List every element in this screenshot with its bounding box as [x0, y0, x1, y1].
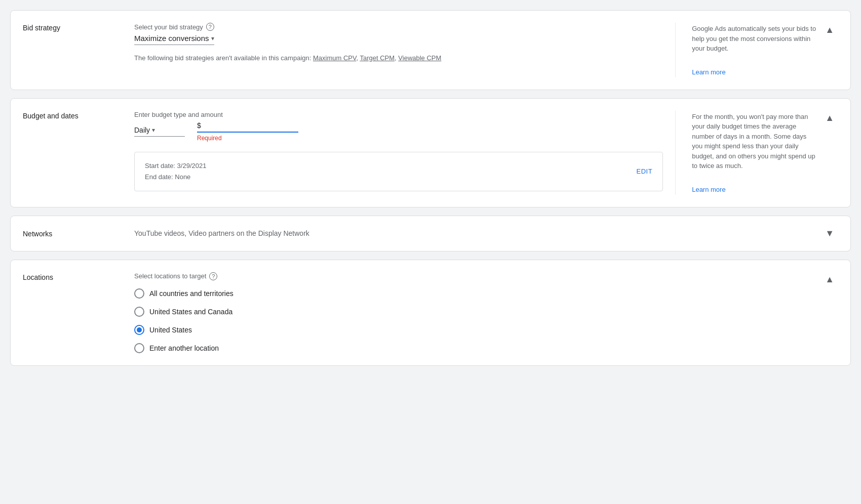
budget-type-dropdown-arrow: ▾ — [152, 127, 155, 134]
locations-radio-group: All countries and territories United Sta… — [134, 288, 675, 353]
budget-amount-input[interactable] — [203, 121, 284, 130]
bid-strategy-section-label: Bid strategy — [23, 23, 134, 32]
viewable-cpm-link[interactable]: Viewable CPM — [398, 54, 441, 62]
locations-card: Locations Select locations to target ? A… — [10, 260, 851, 366]
end-date: End date: None — [145, 172, 206, 183]
locations-content: Select locations to target ? All countri… — [134, 272, 675, 353]
target-cpm-link[interactable]: Target CPM — [360, 54, 395, 62]
location-option-other[interactable]: Enter another location — [134, 343, 675, 353]
budget-type-select[interactable]: Daily ▾ — [134, 126, 185, 137]
location-label-us: United States — [149, 326, 192, 334]
bid-strategy-side-note: Google Ads automatically sets your bids … — [675, 23, 817, 77]
date-edit-button[interactable]: EDIT — [637, 167, 653, 175]
radio-outer-us — [134, 325, 144, 335]
locations-help-icon[interactable]: ? — [209, 272, 217, 280]
location-label-us-canada: United States and Canada — [149, 308, 232, 316]
networks-value: YouTube videos, Video partners on the Di… — [134, 229, 817, 237]
radio-outer-all — [134, 288, 144, 299]
bid-strategy-field-label: Select your bid strategy ? — [134, 23, 663, 31]
radio-inner-us — [137, 327, 142, 332]
bid-strategy-card: Bid strategy Select your bid strategy ? … — [10, 10, 851, 90]
budget-type-row: Daily ▾ $ Required — [134, 121, 663, 142]
networks-section-label: Networks — [23, 229, 134, 238]
budget-amount-field: $ Required — [197, 121, 298, 142]
location-label-all: All countries and territories — [149, 289, 233, 298]
budget-dates-card: Budget and dates Enter budget type and a… — [10, 98, 851, 207]
budget-collapse-btn[interactable]: ▲ — [821, 111, 838, 125]
start-date: Start date: 3/29/2021 — [145, 160, 206, 172]
max-cpv-link[interactable]: Maximum CPV — [313, 54, 356, 62]
radio-outer-us-canada — [134, 307, 144, 317]
budget-field-label: Enter budget type and amount — [134, 111, 663, 118]
budget-dates-content: Enter budget type and amount Daily ▾ $ R… — [134, 111, 663, 191]
bid-strategy-content: Select your bid strategy ? Maximize conv… — [134, 23, 663, 63]
locations-section-label: Locations — [23, 272, 134, 281]
budget-required-text: Required — [197, 135, 298, 142]
budget-amount-input-row: $ — [197, 121, 298, 133]
bid-strategy-row: Bid strategy Select your bid strategy ? … — [11, 11, 850, 90]
bid-strategy-dropdown-arrow: ▾ — [211, 35, 214, 42]
budget-side-note: For the month, you won't pay more than y… — [675, 111, 817, 195]
location-option-us[interactable]: United States — [134, 325, 675, 335]
budget-currency-symbol: $ — [197, 121, 201, 130]
budget-dates-section-label: Budget and dates — [23, 111, 134, 120]
location-option-all[interactable]: All countries and territories — [134, 288, 675, 299]
location-option-us-canada[interactable]: United States and Canada — [134, 307, 675, 317]
date-info: Start date: 3/29/2021 End date: None — [145, 160, 206, 183]
bid-strategy-learn-more[interactable]: Learn more — [692, 67, 725, 77]
location-label-other: Enter another location — [149, 344, 219, 352]
radio-outer-other — [134, 343, 144, 353]
networks-collapse-btn[interactable]: ▼ — [821, 226, 838, 241]
locations-label-row: Select locations to target ? — [134, 272, 675, 280]
bid-strategy-note: The following bid strategies aren't avai… — [134, 53, 663, 63]
bid-strategy-collapse-btn[interactable]: ▲ — [821, 23, 838, 37]
budget-dates-row: Budget and dates Enter budget type and a… — [11, 99, 850, 207]
networks-row: Networks YouTube videos, Video partners … — [11, 216, 850, 251]
locations-row: Locations Select locations to target ? A… — [11, 260, 850, 365]
date-box: Start date: 3/29/2021 End date: None EDI… — [134, 152, 663, 191]
bid-strategy-select[interactable]: Maximize conversions ▾ — [134, 34, 214, 45]
budget-learn-more[interactable]: Learn more — [692, 185, 725, 195]
locations-collapse-btn[interactable]: ▲ — [821, 272, 838, 287]
networks-card: Networks YouTube videos, Video partners … — [10, 216, 851, 251]
bid-strategy-help-icon[interactable]: ? — [206, 23, 214, 31]
